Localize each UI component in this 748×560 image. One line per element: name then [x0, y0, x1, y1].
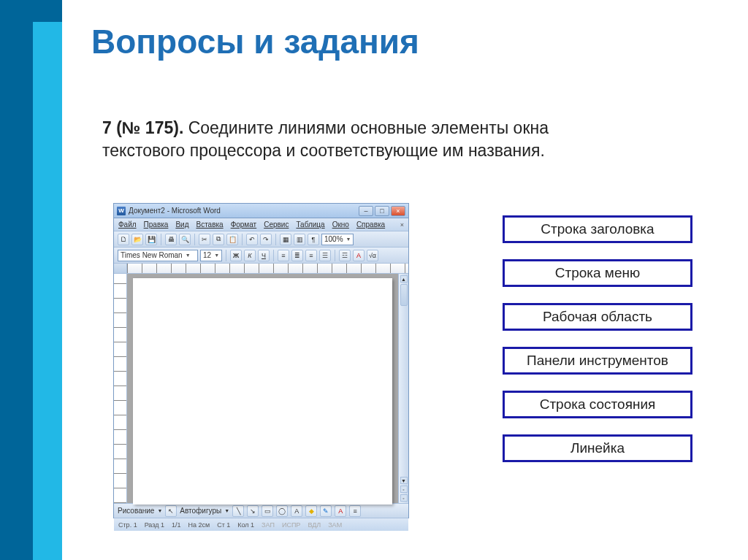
print-icon[interactable]: 🖶	[165, 234, 177, 245]
underline-button[interactable]: Ч	[258, 250, 270, 261]
menu-view[interactable]: Вид	[175, 220, 188, 229]
arrow-icon[interactable]: ↘	[247, 505, 259, 517]
titlebar: W Документ2 - Microsoft Word – □ ×	[114, 204, 408, 218]
menu-format[interactable]: Формат	[231, 220, 257, 229]
status-section: Разд 1	[145, 521, 164, 529]
menu-bar: Файл Правка Вид Вставка Формат Сервис Та…	[114, 218, 408, 231]
answer-titlebar[interactable]: Строка заголовка	[503, 215, 692, 243]
scroll-up-icon[interactable]: ▲	[400, 275, 408, 283]
status-trk: ИСПР	[282, 521, 300, 529]
pointer-icon[interactable]: ↖	[165, 505, 177, 517]
ruler-ticks	[127, 264, 408, 273]
drawing-label[interactable]: Рисование	[118, 507, 154, 515]
open-icon[interactable]: 📂	[131, 234, 143, 245]
font-color-icon[interactable]: A	[353, 250, 365, 261]
separator	[242, 234, 243, 245]
separator	[161, 234, 161, 245]
close-button[interactable]: ×	[391, 206, 405, 216]
status-bar: Стр. 1 Разд 1 1/1 На 2см Ст 1 Кол 1 ЗАП …	[114, 518, 408, 531]
separator	[226, 250, 226, 261]
separator	[335, 250, 335, 261]
menu-edit[interactable]: Правка	[144, 220, 169, 229]
answer-toolbars[interactable]: Панели инструментов	[503, 347, 692, 375]
vertical-scrollbar[interactable]: ▲ ▼ ◦ ◦	[398, 274, 408, 503]
standard-toolbar: 🗋 📂 💾 🖶 🔍 ✂ ⧉ 📋 ↶ ↷ ▦ ▥ ¶ 100%▼	[114, 231, 408, 248]
list-icon[interactable]: ☲	[339, 250, 351, 261]
ruler-corner	[114, 264, 127, 273]
drawing-toolbar: Рисование▼ ↖ Автофигуры▼ ╲ ↘ ▭ ◯ A ◆ ✎ A…	[114, 503, 408, 518]
menu-insert[interactable]: Вставка	[196, 220, 223, 229]
status-pages: 1/1	[172, 521, 181, 529]
columns-icon[interactable]: ▥	[294, 234, 305, 245]
prev-page-icon[interactable]: ◦	[400, 486, 408, 493]
status-ext: ВДЛ	[308, 521, 321, 529]
fontcolor2-icon[interactable]: A	[335, 505, 346, 517]
answers-column: Строка заголовка Строка меню Рабочая обл…	[503, 215, 692, 462]
answer-ruler[interactable]: Линейка	[503, 434, 692, 462]
italic-button[interactable]: К	[244, 250, 256, 261]
question-number: 7 (№ 175).	[102, 118, 183, 137]
minimize-button[interactable]: –	[359, 206, 373, 216]
align-justify-icon[interactable]: ☰	[319, 250, 331, 261]
answer-menubar[interactable]: Строка меню	[503, 259, 692, 287]
question-text: 7 (№ 175). Соедините линиями основные эл…	[102, 117, 614, 162]
font-size-select[interactable]: 12▼	[200, 250, 222, 261]
separator	[194, 234, 195, 245]
word-icon: W	[117, 207, 126, 215]
save-icon[interactable]: 💾	[145, 234, 157, 245]
system-buttons: – □ ×	[359, 206, 405, 216]
scroll-down-icon[interactable]: ▼	[400, 477, 408, 484]
status-line: Ст 1	[217, 521, 230, 529]
undo-icon[interactable]: ↶	[246, 234, 258, 245]
textbox-icon[interactable]: A	[291, 505, 302, 517]
copy-icon[interactable]: ⧉	[213, 234, 224, 245]
rect-icon[interactable]: ▭	[262, 505, 273, 517]
align-center-icon[interactable]: ≣	[291, 250, 303, 261]
answer-statusbar[interactable]: Строка состояния	[503, 391, 692, 418]
formatting-toolbar: Times New Roman▼ 12▼ Ж К Ч ≡ ≣ ≡ ☰ ☲ A √…	[114, 248, 408, 264]
window-title: Документ2 - Microsoft Word	[129, 207, 356, 215]
table-icon[interactable]: ▦	[280, 234, 291, 245]
align-right-icon[interactable]: ≡	[305, 250, 317, 261]
status-at: На 2см	[188, 521, 210, 529]
zoom-select[interactable]: 100%▼	[321, 234, 354, 245]
cut-icon[interactable]: ✂	[199, 234, 210, 245]
oval-icon[interactable]: ◯	[276, 505, 288, 517]
line-icon[interactable]: ╲	[232, 505, 244, 517]
paste-icon[interactable]: 📋	[226, 234, 238, 245]
menu-file[interactable]: Файл	[118, 220, 137, 229]
maximize-button[interactable]: □	[375, 206, 389, 216]
status-col: Кол 1	[237, 521, 254, 529]
preview-icon[interactable]: 🔍	[179, 234, 191, 245]
autoshapes-label[interactable]: Автофигуры	[180, 507, 221, 515]
math-icon[interactable]: √α	[367, 250, 378, 261]
pilcrow-icon[interactable]: ¶	[308, 234, 319, 245]
line-style-icon[interactable]: ≡	[349, 505, 361, 517]
fill-color-icon[interactable]: ◆	[305, 505, 317, 517]
page-title: Вопросы и задания	[91, 22, 419, 61]
menu-help[interactable]: Справка	[356, 220, 385, 229]
status-ovr: ЗАМ	[328, 521, 342, 529]
separator	[275, 234, 276, 245]
word-window: W Документ2 - Microsoft Word – □ × Файл …	[113, 203, 409, 518]
status-rec: ЗАП	[262, 521, 275, 529]
scroll-thumb[interactable]	[400, 284, 408, 306]
next-page-icon[interactable]: ◦	[400, 494, 408, 502]
status-page: Стр. 1	[118, 521, 137, 529]
redo-icon[interactable]: ↷	[260, 234, 272, 245]
menu-window[interactable]: Окно	[332, 220, 349, 229]
menu-table[interactable]: Таблица	[296, 220, 324, 229]
font-name-select[interactable]: Times New Roman▼	[118, 250, 198, 261]
menu-tools[interactable]: Сервис	[264, 220, 289, 229]
doc-close-icon[interactable]: ×	[400, 221, 404, 229]
line-color-icon[interactable]: ✎	[320, 505, 332, 517]
document-area: ▲ ▼ ◦ ◦	[114, 274, 408, 503]
align-left-icon[interactable]: ≡	[278, 250, 289, 261]
vertical-ruler	[114, 274, 127, 503]
separator	[273, 250, 274, 261]
bold-button[interactable]: Ж	[230, 250, 242, 261]
answer-workspace[interactable]: Рабочая область	[503, 303, 692, 331]
side-stripe-light	[33, 22, 62, 560]
workspace[interactable]	[127, 274, 398, 503]
new-icon[interactable]: 🗋	[118, 234, 129, 245]
